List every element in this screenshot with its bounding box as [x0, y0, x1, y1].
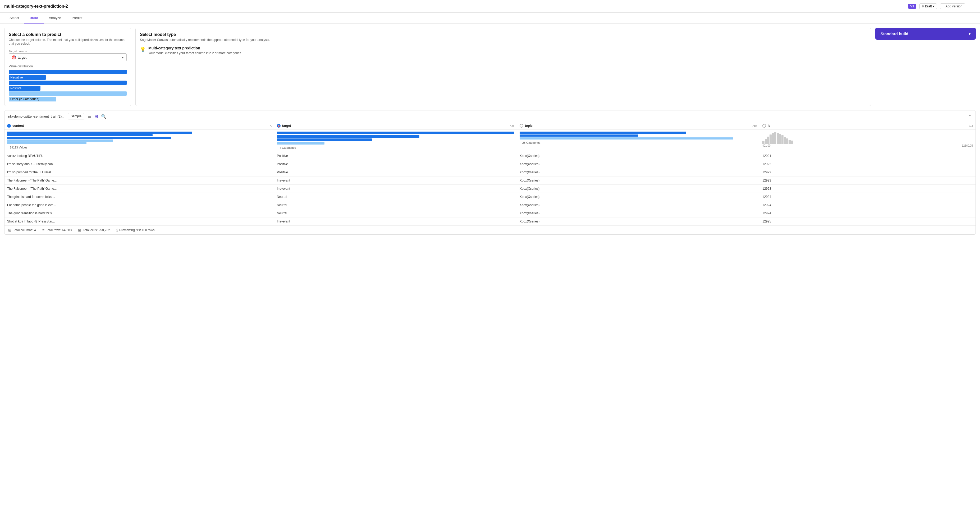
cell-content-3: The Falconeer - 'The Path' Game...: [5, 176, 274, 185]
cell-target-0: Positive: [274, 152, 517, 160]
cell-id-6: 12924: [760, 201, 975, 209]
cell-content-6: For some people the grind is eve...: [5, 201, 274, 209]
draft-dot-icon: [922, 5, 924, 7]
cell-topic-2: Xbox(Xseries): [517, 168, 760, 176]
id-range-max: 12560.05: [962, 144, 973, 147]
tab-predict[interactable]: Predict: [66, 13, 88, 24]
data-footer: ⊞ Total columns: 4 ≡ Total rows: 64,683 …: [5, 225, 975, 234]
draft-button[interactable]: Draft ▾: [920, 3, 937, 9]
data-toolbar: nlp-demo-twitter-sentiment_train(2)... S…: [5, 110, 975, 122]
cell-content-0: <unk> looking BEAUTIFUL: [5, 152, 274, 160]
cell-content-7: The grind transition is hard for s...: [5, 209, 274, 217]
total-cells: Total cells: 258,732: [83, 228, 110, 232]
table-row: The grind is hard for some folks ...Neut…: [5, 193, 975, 201]
cell-topic-3: Xbox(Xseries): [517, 176, 760, 185]
target-select-icon: 🎯: [12, 55, 16, 59]
app-header: multi-category-text-prediction-2 V1 Draf…: [0, 0, 980, 13]
top-panels: Select a column to predict Choose the ta…: [4, 28, 976, 106]
cell-content-8: Shot at kofi lmfaoo @ PressStar...: [5, 217, 274, 225]
add-version-button[interactable]: + Add version: [940, 3, 965, 9]
add-version-label: + Add version: [943, 5, 962, 8]
cell-id-7: 12924: [760, 209, 975, 217]
cell-topic-7: Xbox(Xseries): [517, 209, 760, 217]
value-distribution-bars: Negative Positive Other (2 Categories): [9, 70, 127, 102]
cell-target-5: Neutral: [274, 193, 517, 201]
sample-button[interactable]: Sample: [68, 113, 84, 119]
cell-target-7: Neutral: [274, 209, 517, 217]
cell-topic-8: Xbox(Xseries): [517, 217, 760, 225]
grid-view-icon[interactable]: ⊞: [94, 114, 98, 119]
footer-columns: ⊞ Total columns: 4: [8, 228, 36, 232]
id-range: 401.00 12560.05: [762, 144, 973, 147]
chart-id: 401.00 12560.05: [760, 130, 975, 152]
cells-icon: ⊞: [78, 228, 81, 232]
tab-select[interactable]: Select: [4, 13, 24, 24]
col-header-topic[interactable]: topic Abc: [517, 122, 760, 130]
target-count: 4 Categories: [277, 146, 514, 151]
draft-chevron-icon: ▾: [933, 5, 934, 8]
data-table: ● content A 🎯 target Abc: [5, 122, 975, 225]
tab-analyze[interactable]: Analyze: [44, 13, 66, 24]
version-badge: V1: [908, 4, 916, 9]
more-options-button[interactable]: ⋮: [968, 3, 976, 10]
cell-target-4: Irrelevant: [274, 185, 517, 193]
chart-target: 4 Categories: [274, 130, 517, 152]
target-select-value: target: [18, 56, 27, 59]
header-actions: V1 Draft ▾ + Add version ⋮: [908, 3, 976, 10]
standard-build-button[interactable]: Standard build ▾: [875, 28, 976, 40]
table-row: The grind transition is hard for s...Neu…: [5, 209, 975, 217]
cell-content-5: The grind is hard for some folks ...: [5, 193, 274, 201]
col-header-content[interactable]: ● content A: [5, 122, 274, 130]
table-row: I'm so pumped for the . I Literall...Pos…: [5, 168, 975, 176]
cell-content-2: I'm so pumped for the . I Literall...: [5, 168, 274, 176]
content-col-icon: ●: [7, 124, 11, 128]
footer-cells: ⊞ Total cells: 258,732: [78, 228, 110, 232]
model-type-row: 💡 Multi-category text prediction Your mo…: [140, 46, 867, 55]
search-icon[interactable]: 🔍: [101, 114, 106, 119]
chart-topic: 28 Categories: [517, 130, 760, 152]
data-filename: nlp-demo-twitter-sentiment_train(2)...: [8, 114, 65, 118]
col-type-topic: Abc: [752, 124, 757, 127]
cell-id-5: 12924: [760, 193, 975, 201]
chart-content: 19123 Values: [5, 130, 274, 152]
preview-note: Previewing first 100 rows: [119, 228, 154, 232]
tab-build[interactable]: Build: [24, 13, 44, 24]
col-name-content: content: [13, 124, 24, 128]
bar-negative: [9, 70, 127, 74]
cell-id-1: 12922: [760, 160, 975, 168]
select-column-title: Select a column to predict: [9, 32, 127, 37]
nav-tabs: Select Build Analyze Predict: [0, 13, 980, 24]
model-type-info: Multi-category text prediction Your mode…: [148, 46, 242, 55]
list-view-icon[interactable]: ☰: [88, 114, 91, 119]
model-type-subtitle: SageMaker Canvas automatically recommend…: [140, 38, 867, 42]
target-col-icon: 🎯: [277, 124, 280, 128]
table-row: For some people the grind is eve...Neutr…: [5, 201, 975, 209]
page-title: multi-category-text-prediction-2: [4, 4, 68, 9]
footer-preview: ℹ Previewing first 100 rows: [116, 228, 154, 232]
cell-content-1: I'm so sorry about... Literally can...: [5, 160, 274, 168]
target-column-select[interactable]: 🎯 target ▾: [9, 53, 127, 61]
select-column-panel: Select a column to predict Choose the ta…: [4, 28, 131, 106]
footer-rows: ≡ Total rows: 64,683: [42, 228, 72, 232]
table-row: The Falconeer - 'The Path' Game...Irrele…: [5, 185, 975, 193]
collapse-icon[interactable]: ⌃: [968, 114, 972, 119]
topic-col-icon: [520, 124, 523, 128]
data-section: nlp-demo-twitter-sentiment_train(2)... S…: [4, 110, 976, 235]
draft-label: Draft: [925, 5, 932, 8]
standard-build-label: Standard build: [881, 32, 908, 36]
cell-topic-4: Xbox(Xseries): [517, 185, 760, 193]
table-row: The Falconeer - 'The Path' Game...Irrele…: [5, 176, 975, 185]
col-type-id: 123: [968, 124, 973, 127]
cell-target-1: Positive: [274, 160, 517, 168]
col-header-target[interactable]: 🎯 target Abc: [274, 122, 517, 130]
cell-target-8: Irrelevant: [274, 217, 517, 225]
rows-icon: ≡: [42, 228, 45, 232]
cell-id-8: 12925: [760, 217, 975, 225]
cell-topic-5: Xbox(Xseries): [517, 193, 760, 201]
target-column-label: Target column: [9, 50, 127, 53]
col-header-id[interactable]: id 123: [760, 122, 975, 130]
target-select-chevron-icon: ▾: [122, 56, 124, 59]
cell-target-6: Neutral: [274, 201, 517, 209]
table-row: I'm so sorry about... Literally can...Po…: [5, 160, 975, 168]
cell-id-0: 12921: [760, 152, 975, 160]
